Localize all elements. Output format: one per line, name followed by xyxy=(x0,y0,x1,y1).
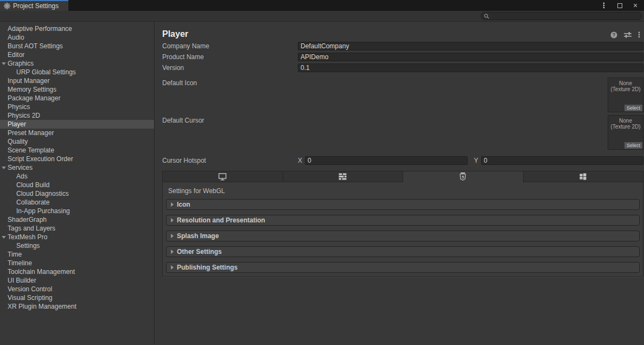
help-icon[interactable]: ? xyxy=(610,31,617,39)
settings-section-header[interactable]: Resolution and Presentation xyxy=(166,215,640,226)
sidebar-item[interactable]: UI Builder xyxy=(0,276,154,285)
window-title: Project Settings xyxy=(13,2,59,10)
foldout-arrow-icon xyxy=(171,202,174,207)
sidebar-item[interactable]: Cloud Diagnostics xyxy=(0,189,154,198)
version-input[interactable] xyxy=(298,63,643,72)
platform-tab-desktop[interactable] xyxy=(162,171,283,182)
sidebar-item[interactable]: Visual Scripting xyxy=(0,293,154,302)
search-box[interactable] xyxy=(481,12,642,20)
sidebar-item[interactable]: Services xyxy=(0,163,154,172)
sidebar-item[interactable]: Cloud Build xyxy=(0,181,154,189)
sidebar-item-label: Cloud Build xyxy=(16,181,49,189)
gear-icon xyxy=(4,3,10,9)
sidebar-item[interactable]: Memory Settings xyxy=(0,85,154,94)
default-cursor-type-label: (Texture 2D) xyxy=(608,124,643,130)
sidebar-item-label: Graphics xyxy=(8,60,34,67)
sidebar-item-label: Collaborate xyxy=(16,199,49,206)
sidebar-item[interactable]: Preset Manager xyxy=(0,129,154,137)
settings-section-header[interactable]: Splash Image xyxy=(166,231,640,241)
close-icon[interactable]: × xyxy=(632,2,639,9)
sidebar-item[interactable]: XR Plugin Management xyxy=(0,302,154,311)
hotspot-y-input[interactable] xyxy=(481,156,643,165)
platform-tab-dedicated-server[interactable] xyxy=(283,171,403,182)
sidebar-item[interactable]: Audio xyxy=(0,33,154,42)
sidebar-item[interactable]: Script Execution Order xyxy=(0,155,154,163)
platform-tab-windows[interactable] xyxy=(523,171,644,182)
svg-text:5: 5 xyxy=(462,175,464,180)
sidebar-item[interactable]: Input Manager xyxy=(0,76,154,85)
foldout-arrow-icon xyxy=(2,167,6,169)
window-titlebar: Project Settings × xyxy=(0,0,644,11)
desktop-monitor-icon xyxy=(218,173,227,181)
sidebar-item-label: XR Plugin Management xyxy=(8,303,76,310)
kebab-menu-icon[interactable] xyxy=(638,31,640,39)
settings-section-header[interactable]: Icon xyxy=(166,199,640,210)
sidebar-item[interactable]: URP Global Settings xyxy=(0,68,154,76)
product-name-input[interactable] xyxy=(298,53,643,61)
player-settings-panel: Player ? xyxy=(155,22,644,344)
platform-tab-webgl[interactable]: 5 xyxy=(403,171,523,182)
settings-section-header[interactable]: Other Settings xyxy=(166,246,640,257)
sidebar-item[interactable]: Quality xyxy=(0,137,154,146)
kebab-menu-icon[interactable] xyxy=(600,2,608,9)
page-title: Player xyxy=(162,29,188,40)
sidebar-item[interactable]: In-App Purchasing xyxy=(0,207,154,215)
sidebar-item[interactable]: Scene Template xyxy=(0,146,154,155)
sidebar-item[interactable]: Ads xyxy=(0,172,154,181)
foldout-arrow-icon xyxy=(2,62,6,65)
default-icon-type-label: (Texture 2D) xyxy=(608,86,643,92)
default-icon-select-button[interactable]: Select xyxy=(624,105,642,111)
section-title: Resolution and Presentation xyxy=(177,216,265,224)
sidebar-item-label: Settings xyxy=(16,242,40,250)
sidebar-item[interactable]: TextMesh Pro xyxy=(0,233,154,241)
sidebar-item[interactable]: Timeline xyxy=(0,259,154,267)
sidebar-item-label: Scene Template xyxy=(8,146,54,154)
sidebar-item-label: Services xyxy=(8,164,33,171)
default-icon-object-field[interactable]: None (Texture 2D) Select xyxy=(608,78,643,112)
foldout-arrow-icon xyxy=(171,218,174,222)
sidebar-item[interactable]: Physics 2D xyxy=(0,111,154,120)
sidebar-item[interactable]: Settings xyxy=(0,241,154,250)
sidebar-item-label: UI Builder xyxy=(8,277,36,284)
sidebar-item[interactable]: Adaptive Performance xyxy=(0,24,154,33)
default-icon-row: Default Icon None (Texture 2D) Select xyxy=(162,78,643,115)
sidebar-item-label: Quality xyxy=(8,138,28,145)
sidebar-item-label: Timeline xyxy=(8,259,32,267)
default-cursor-object-field[interactable]: None (Texture 2D) Select xyxy=(608,115,643,150)
sidebar-item[interactable]: Burst AOT Settings xyxy=(0,42,154,50)
sidebar-item[interactable]: Time xyxy=(0,250,154,259)
default-cursor-select-button[interactable]: Select xyxy=(624,142,642,149)
sidebar-item-label: Cloud Diagnostics xyxy=(16,190,69,197)
section-title: Publishing Settings xyxy=(177,264,238,271)
sidebar-item-label: Version Control xyxy=(8,285,52,293)
default-icon-label: Default Icon xyxy=(162,78,298,88)
windows-icon xyxy=(579,173,586,180)
sidebar-item[interactable]: Collaborate xyxy=(0,198,154,207)
default-cursor-none-label: None xyxy=(608,118,643,124)
sidebar-item[interactable]: Physics xyxy=(0,103,154,111)
foldout-arrow-icon xyxy=(171,250,174,254)
sidebar-item-label: Audio xyxy=(8,34,24,41)
sidebar-item[interactable]: Toolchain Management xyxy=(0,267,154,276)
sidebar-item[interactable]: Editor xyxy=(0,50,154,59)
sidebar-item-label: Ads xyxy=(16,173,28,180)
sidebar-item[interactable]: Tags and Layers xyxy=(0,224,154,233)
hotspot-x-label: X xyxy=(298,157,305,164)
sidebar-item[interactable]: Player xyxy=(0,120,154,129)
sidebar-item[interactable]: ShaderGraph xyxy=(0,215,154,224)
company-name-input[interactable] xyxy=(298,42,643,50)
default-cursor-row: Default Cursor None (Texture 2D) Select xyxy=(162,115,643,152)
settings-section-header[interactable]: Publishing Settings xyxy=(166,262,640,273)
settings-for-label: Settings for WebGL xyxy=(163,182,643,195)
hotspot-x-input[interactable] xyxy=(305,156,467,165)
presets-icon[interactable] xyxy=(624,31,632,38)
sidebar-item[interactable]: Graphics xyxy=(0,59,154,68)
default-icon-none-label: None xyxy=(608,80,643,86)
search-input[interactable] xyxy=(489,13,642,20)
dedicated-server-icon xyxy=(339,173,347,180)
sidebar-item[interactable]: Package Manager xyxy=(0,94,154,103)
sidebar-item[interactable]: Version Control xyxy=(0,285,154,293)
sidebar-item-label: Editor xyxy=(8,51,24,59)
maximize-icon[interactable] xyxy=(616,2,623,9)
project-settings-tab[interactable]: Project Settings xyxy=(0,0,68,11)
